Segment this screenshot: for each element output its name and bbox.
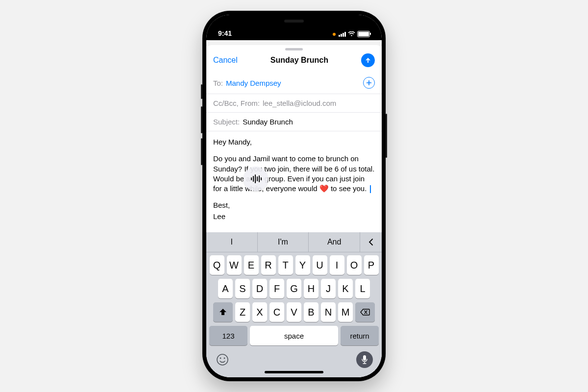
body-paragraph: Do you and Jamil want to come to brunch … [213, 154, 375, 194]
key-w[interactable]: W [227, 255, 242, 275]
suggestion-1[interactable]: I [206, 232, 258, 252]
subject-label: Subject: [213, 118, 240, 126]
key-rows: Q W E R T Y U I O P [206, 252, 382, 345]
key-x[interactable]: X [252, 302, 267, 322]
svg-point-8 [224, 358, 225, 359]
key-y[interactable]: Y [295, 255, 310, 275]
numbers-key[interactable]: 123 [209, 326, 247, 345]
keyboard-footer [206, 349, 382, 368]
key-n[interactable]: N [321, 302, 336, 322]
key-q[interactable]: Q [210, 255, 224, 275]
shift-key[interactable] [213, 302, 233, 322]
mic-indicator-dot [333, 33, 336, 36]
key-o[interactable]: O [347, 255, 362, 275]
key-row-3: Z X C V B N M [208, 302, 380, 322]
subject-field[interactable]: Subject: Sunday Brunch [206, 113, 382, 131]
sheet-grabber[interactable] [285, 48, 303, 50]
key-d[interactable]: D [252, 279, 267, 298]
key-f[interactable]: F [270, 279, 284, 298]
wifi-icon [348, 31, 355, 37]
phone-frame: 9:41 Cancel Sunday Brunch [202, 11, 386, 381]
body-closing: Best, [213, 200, 375, 210]
home-indicator[interactable] [265, 371, 323, 373]
key-s[interactable]: S [235, 279, 250, 298]
to-field[interactable]: To: Mandy Dempsey [206, 72, 382, 94]
suggestion-3[interactable]: And [309, 232, 360, 252]
body-signature: Lee [213, 212, 375, 221]
space-key[interactable]: space [250, 326, 338, 345]
key-i[interactable]: I [330, 255, 344, 275]
backspace-key[interactable] [355, 302, 375, 322]
key-k[interactable]: K [338, 279, 353, 298]
key-r[interactable]: R [261, 255, 276, 275]
key-a[interactable]: A [218, 279, 233, 298]
keyboard: I I'm And Q W E R [206, 232, 382, 377]
shift-icon [219, 308, 227, 316]
cc-label: Cc/Bcc, From: [213, 99, 260, 107]
dictation-puck[interactable] [244, 167, 268, 191]
backspace-icon [360, 309, 370, 316]
key-t[interactable]: T [278, 255, 293, 275]
key-b[interactable]: B [304, 302, 318, 322]
screen: 9:41 Cancel Sunday Brunch [206, 15, 382, 377]
message-body[interactable]: Hey Mandy, Do you and Jamil want to come… [206, 131, 382, 232]
notch [257, 15, 331, 28]
svg-rect-9 [363, 355, 366, 361]
return-key[interactable]: return [341, 326, 379, 345]
key-c[interactable]: C [270, 302, 284, 322]
status-time: 9:41 [218, 29, 232, 37]
from-address: lee_stella@icloud.com [263, 99, 336, 107]
key-row-1: Q W E R T Y U I O P [208, 255, 380, 275]
phone-inner: 9:41 Cancel Sunday Brunch [206, 15, 382, 377]
compose-navbar: Cancel Sunday Brunch [206, 52, 382, 72]
stage: 9:41 Cancel Sunday Brunch [0, 0, 588, 392]
mute-switch [201, 84, 202, 99]
to-recipient[interactable]: Mandy Dempsey [226, 79, 281, 87]
status-right [333, 31, 370, 37]
suggestion-2[interactable]: I'm [258, 232, 309, 252]
suggestion-collapse[interactable] [360, 232, 382, 252]
heart-emoji: ❤️ [319, 184, 329, 193]
key-g[interactable]: G [287, 279, 301, 298]
plus-icon [366, 80, 372, 86]
key-j[interactable]: J [321, 279, 336, 298]
text-cursor [370, 185, 371, 193]
key-m[interactable]: M [338, 302, 353, 322]
suggestion-bar: I I'm And [206, 232, 382, 252]
to-label: To: [213, 79, 223, 87]
svg-point-7 [220, 358, 221, 359]
body-greeting: Hey Mandy, [213, 137, 375, 147]
cellular-icon [339, 32, 346, 37]
key-p[interactable]: P [364, 255, 379, 275]
cancel-button[interactable]: Cancel [213, 56, 238, 65]
microphone-icon [361, 355, 368, 365]
volume-up-button [201, 106, 202, 133]
compose-title: Sunday Brunch [270, 56, 328, 65]
subject-value: Sunday Brunch [243, 118, 293, 126]
cc-bcc-from-field[interactable]: Cc/Bcc, From: lee_stella@icloud.com [206, 94, 382, 113]
compose-sheet: Cancel Sunday Brunch To: Mandy Dempsey [206, 45, 382, 377]
key-z[interactable]: Z [235, 302, 250, 322]
send-button[interactable] [361, 53, 375, 67]
emoji-icon [216, 353, 229, 366]
chevron-left-icon [368, 239, 373, 245]
add-recipient-button[interactable] [363, 77, 375, 89]
key-u[interactable]: U [313, 255, 327, 275]
arrow-up-icon [365, 57, 371, 64]
key-e[interactable]: E [244, 255, 259, 275]
emoji-button[interactable] [215, 352, 230, 367]
key-row-2: A S D F G H J K L [208, 279, 380, 298]
power-button [386, 114, 387, 158]
key-v[interactable]: V [287, 302, 301, 322]
key-row-4: 123 space return [208, 326, 380, 345]
key-l[interactable]: L [355, 279, 370, 298]
key-h[interactable]: H [304, 279, 318, 298]
svg-point-6 [217, 354, 228, 365]
waveform-icon [250, 174, 262, 184]
volume-down-button [201, 138, 202, 165]
battery-icon [357, 31, 370, 37]
dictation-button[interactable] [356, 351, 373, 368]
